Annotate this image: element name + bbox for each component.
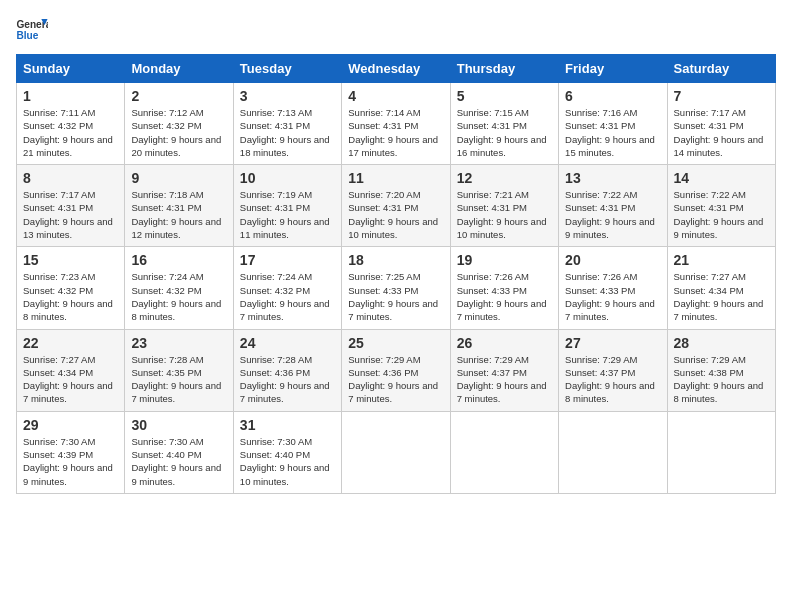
day-number: 24 [240, 335, 335, 351]
day-number: 18 [348, 252, 443, 268]
day-info: Sunrise: 7:26 AMSunset: 4:33 PMDaylight:… [457, 270, 552, 323]
calendar-day-cell: 7 Sunrise: 7:17 AMSunset: 4:31 PMDayligh… [667, 83, 775, 165]
calendar-day-cell: 22 Sunrise: 7:27 AMSunset: 4:34 PMDaylig… [17, 329, 125, 411]
calendar-table: SundayMondayTuesdayWednesdayThursdayFrid… [16, 54, 776, 494]
day-info: Sunrise: 7:22 AMSunset: 4:31 PMDaylight:… [674, 188, 769, 241]
day-info: Sunrise: 7:24 AMSunset: 4:32 PMDaylight:… [131, 270, 226, 323]
weekday-header-cell: Tuesday [233, 55, 341, 83]
calendar-day-cell: 15 Sunrise: 7:23 AMSunset: 4:32 PMDaylig… [17, 247, 125, 329]
day-number: 4 [348, 88, 443, 104]
calendar-body: 1 Sunrise: 7:11 AMSunset: 4:32 PMDayligh… [17, 83, 776, 494]
day-info: Sunrise: 7:18 AMSunset: 4:31 PMDaylight:… [131, 188, 226, 241]
day-info: Sunrise: 7:28 AMSunset: 4:36 PMDaylight:… [240, 353, 335, 406]
day-info: Sunrise: 7:23 AMSunset: 4:32 PMDaylight:… [23, 270, 118, 323]
day-info: Sunrise: 7:28 AMSunset: 4:35 PMDaylight:… [131, 353, 226, 406]
day-info: Sunrise: 7:30 AMSunset: 4:40 PMDaylight:… [131, 435, 226, 488]
day-number: 1 [23, 88, 118, 104]
day-info: Sunrise: 7:13 AMSunset: 4:31 PMDaylight:… [240, 106, 335, 159]
calendar-day-cell: 6 Sunrise: 7:16 AMSunset: 4:31 PMDayligh… [559, 83, 667, 165]
calendar-day-cell: 5 Sunrise: 7:15 AMSunset: 4:31 PMDayligh… [450, 83, 558, 165]
logo: General Blue [16, 16, 48, 44]
day-number: 29 [23, 417, 118, 433]
day-number: 23 [131, 335, 226, 351]
day-number: 15 [23, 252, 118, 268]
day-number: 8 [23, 170, 118, 186]
day-number: 31 [240, 417, 335, 433]
day-number: 17 [240, 252, 335, 268]
day-info: Sunrise: 7:26 AMSunset: 4:33 PMDaylight:… [565, 270, 660, 323]
day-number: 28 [674, 335, 769, 351]
svg-text:Blue: Blue [16, 30, 38, 41]
day-info: Sunrise: 7:27 AMSunset: 4:34 PMDaylight:… [23, 353, 118, 406]
day-number: 10 [240, 170, 335, 186]
day-number: 7 [674, 88, 769, 104]
weekday-header-cell: Thursday [450, 55, 558, 83]
day-info: Sunrise: 7:15 AMSunset: 4:31 PMDaylight:… [457, 106, 552, 159]
day-number: 27 [565, 335, 660, 351]
day-info: Sunrise: 7:27 AMSunset: 4:34 PMDaylight:… [674, 270, 769, 323]
day-number: 21 [674, 252, 769, 268]
calendar-day-cell: 30 Sunrise: 7:30 AMSunset: 4:40 PMDaylig… [125, 411, 233, 493]
day-info: Sunrise: 7:29 AMSunset: 4:38 PMDaylight:… [674, 353, 769, 406]
calendar-day-cell: 3 Sunrise: 7:13 AMSunset: 4:31 PMDayligh… [233, 83, 341, 165]
calendar-day-cell: 11 Sunrise: 7:20 AMSunset: 4:31 PMDaylig… [342, 165, 450, 247]
calendar-day-cell: 28 Sunrise: 7:29 AMSunset: 4:38 PMDaylig… [667, 329, 775, 411]
day-number: 26 [457, 335, 552, 351]
calendar-day-cell: 26 Sunrise: 7:29 AMSunset: 4:37 PMDaylig… [450, 329, 558, 411]
day-number: 6 [565, 88, 660, 104]
calendar-week-row: 22 Sunrise: 7:27 AMSunset: 4:34 PMDaylig… [17, 329, 776, 411]
day-number: 13 [565, 170, 660, 186]
day-info: Sunrise: 7:29 AMSunset: 4:37 PMDaylight:… [457, 353, 552, 406]
day-info: Sunrise: 7:20 AMSunset: 4:31 PMDaylight:… [348, 188, 443, 241]
day-number: 9 [131, 170, 226, 186]
calendar-day-cell: 19 Sunrise: 7:26 AMSunset: 4:33 PMDaylig… [450, 247, 558, 329]
day-number: 5 [457, 88, 552, 104]
calendar-day-cell: 12 Sunrise: 7:21 AMSunset: 4:31 PMDaylig… [450, 165, 558, 247]
weekday-header-cell: Saturday [667, 55, 775, 83]
day-info: Sunrise: 7:30 AMSunset: 4:39 PMDaylight:… [23, 435, 118, 488]
day-info: Sunrise: 7:14 AMSunset: 4:31 PMDaylight:… [348, 106, 443, 159]
calendar-week-row: 15 Sunrise: 7:23 AMSunset: 4:32 PMDaylig… [17, 247, 776, 329]
calendar-day-cell: 23 Sunrise: 7:28 AMSunset: 4:35 PMDaylig… [125, 329, 233, 411]
day-number: 30 [131, 417, 226, 433]
calendar-day-cell: 21 Sunrise: 7:27 AMSunset: 4:34 PMDaylig… [667, 247, 775, 329]
calendar-day-cell: 29 Sunrise: 7:30 AMSunset: 4:39 PMDaylig… [17, 411, 125, 493]
day-info: Sunrise: 7:17 AMSunset: 4:31 PMDaylight:… [23, 188, 118, 241]
calendar-day-cell: 31 Sunrise: 7:30 AMSunset: 4:40 PMDaylig… [233, 411, 341, 493]
calendar-day-cell [559, 411, 667, 493]
day-info: Sunrise: 7:29 AMSunset: 4:37 PMDaylight:… [565, 353, 660, 406]
day-info: Sunrise: 7:30 AMSunset: 4:40 PMDaylight:… [240, 435, 335, 488]
day-number: 22 [23, 335, 118, 351]
day-info: Sunrise: 7:16 AMSunset: 4:31 PMDaylight:… [565, 106, 660, 159]
day-info: Sunrise: 7:25 AMSunset: 4:33 PMDaylight:… [348, 270, 443, 323]
weekday-header-row: SundayMondayTuesdayWednesdayThursdayFrid… [17, 55, 776, 83]
day-number: 3 [240, 88, 335, 104]
day-number: 12 [457, 170, 552, 186]
header: General Blue [16, 16, 776, 44]
calendar-day-cell: 10 Sunrise: 7:19 AMSunset: 4:31 PMDaylig… [233, 165, 341, 247]
calendar-day-cell: 1 Sunrise: 7:11 AMSunset: 4:32 PMDayligh… [17, 83, 125, 165]
weekday-header-cell: Friday [559, 55, 667, 83]
day-info: Sunrise: 7:22 AMSunset: 4:31 PMDaylight:… [565, 188, 660, 241]
logo-icon: General Blue [16, 16, 48, 44]
day-number: 20 [565, 252, 660, 268]
calendar-day-cell [342, 411, 450, 493]
calendar-day-cell: 18 Sunrise: 7:25 AMSunset: 4:33 PMDaylig… [342, 247, 450, 329]
calendar-day-cell [667, 411, 775, 493]
calendar-day-cell [450, 411, 558, 493]
day-info: Sunrise: 7:19 AMSunset: 4:31 PMDaylight:… [240, 188, 335, 241]
weekday-header-cell: Wednesday [342, 55, 450, 83]
day-info: Sunrise: 7:11 AMSunset: 4:32 PMDaylight:… [23, 106, 118, 159]
calendar-week-row: 8 Sunrise: 7:17 AMSunset: 4:31 PMDayligh… [17, 165, 776, 247]
day-info: Sunrise: 7:17 AMSunset: 4:31 PMDaylight:… [674, 106, 769, 159]
day-number: 2 [131, 88, 226, 104]
calendar-day-cell: 2 Sunrise: 7:12 AMSunset: 4:32 PMDayligh… [125, 83, 233, 165]
calendar-day-cell: 14 Sunrise: 7:22 AMSunset: 4:31 PMDaylig… [667, 165, 775, 247]
day-number: 16 [131, 252, 226, 268]
day-number: 19 [457, 252, 552, 268]
weekday-header-cell: Sunday [17, 55, 125, 83]
calendar-day-cell: 27 Sunrise: 7:29 AMSunset: 4:37 PMDaylig… [559, 329, 667, 411]
calendar-week-row: 29 Sunrise: 7:30 AMSunset: 4:39 PMDaylig… [17, 411, 776, 493]
day-info: Sunrise: 7:21 AMSunset: 4:31 PMDaylight:… [457, 188, 552, 241]
day-number: 11 [348, 170, 443, 186]
